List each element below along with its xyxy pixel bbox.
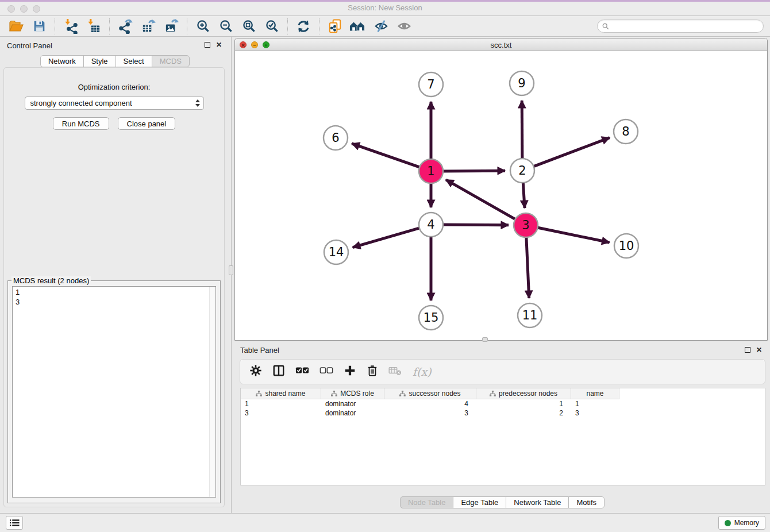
search-box[interactable] (597, 20, 764, 33)
tab-style[interactable]: Style (83, 55, 116, 67)
export-image-button[interactable] (163, 18, 180, 35)
graph-node-4[interactable]: 4 (419, 213, 443, 237)
graph-node-7[interactable]: 7 (419, 72, 443, 97)
table-row[interactable]: 3dominator323 (241, 408, 765, 418)
edge-1-2[interactable] (442, 171, 505, 171)
graph-node-9[interactable]: 9 (510, 71, 534, 95)
node-label: 9 (518, 76, 525, 90)
table-mode-gear-button[interactable] (249, 364, 262, 379)
tab-network-table[interactable]: Network Table (506, 496, 569, 508)
column-header-shared-name[interactable]: shared name (241, 388, 321, 399)
zoom-out-button[interactable] (217, 18, 234, 35)
search-input[interactable] (612, 22, 759, 30)
cell-predecessor-nodes: 2 (476, 409, 571, 417)
mcds-panel: Optimization criterion: strongly connect… (3, 67, 225, 507)
graph-node-2[interactable]: 2 (510, 159, 534, 183)
edge-2-3[interactable] (523, 182, 525, 208)
tab-select[interactable]: Select (116, 55, 152, 67)
delete-table-button[interactable] (388, 365, 402, 378)
mcds-result-group: MCDS result (2 nodes) 1 3 (7, 280, 221, 503)
export-network-button[interactable] (117, 18, 134, 35)
float-table-panel-icon[interactable] (745, 347, 750, 353)
edge-3-10[interactable] (537, 228, 610, 242)
hide-selected-button[interactable] (372, 18, 390, 35)
tab-motifs[interactable]: Motifs (568, 496, 605, 508)
network-graph[interactable]: 7968124314101511 (235, 51, 767, 340)
hierarchy-icon (399, 391, 406, 396)
create-column-button[interactable] (344, 364, 356, 379)
horizontal-splitter-handle[interactable] (482, 337, 488, 342)
tab-network[interactable]: Network (40, 55, 84, 67)
apply-layout-button[interactable] (295, 18, 312, 35)
tab-node-table[interactable]: Node Table (400, 496, 454, 508)
export-table-button[interactable] (140, 18, 157, 35)
select-all-columns-button[interactable] (295, 366, 309, 377)
table-row[interactable]: 1dominator411 (241, 399, 765, 408)
edge-4-14[interactable] (353, 228, 421, 247)
column-header-predecessor-nodes[interactable]: predecessor nodes (476, 388, 571, 399)
edge-3-1[interactable] (446, 180, 516, 220)
export-image-icon (164, 18, 179, 34)
table-body: 1dominator4113dominator323 (241, 399, 765, 418)
unselect-all-columns-button[interactable] (319, 366, 333, 377)
export-table-icon (141, 18, 156, 34)
clone-network-button[interactable] (326, 18, 344, 35)
clone-network-icon (328, 18, 343, 34)
graph-node-8[interactable]: 8 (614, 119, 638, 144)
import-table-icon (86, 18, 102, 34)
close-panel-button[interactable]: Close panel (118, 117, 176, 130)
float-panel-icon[interactable] (205, 42, 210, 48)
graph-node-10[interactable]: 10 (614, 234, 638, 258)
graph-node-3[interactable]: 3 (514, 213, 538, 237)
save-session-button[interactable] (30, 18, 48, 35)
memory-button[interactable]: Memory (718, 516, 765, 530)
graph-node-14[interactable]: 14 (324, 240, 348, 264)
first-neighbors-button[interactable] (349, 18, 367, 35)
edge-1-6[interactable] (352, 144, 421, 168)
cell-shared-name: 3 (241, 409, 321, 417)
import-network-button[interactable] (62, 18, 79, 35)
node-label: 6 (332, 131, 339, 145)
function-builder-button[interactable]: f(x) (413, 365, 432, 378)
node-label: 14 (329, 245, 344, 259)
zoom-in-button[interactable] (194, 18, 211, 35)
import-table-button[interactable] (85, 18, 102, 35)
refresh-layout-icon (296, 19, 311, 34)
dropdown-value: strongly connected component (30, 99, 195, 107)
run-mcds-button[interactable]: Run MCDS (53, 117, 109, 130)
column-header-MCDS-role[interactable]: MCDS role (321, 388, 384, 399)
edge-2-8[interactable] (533, 138, 610, 167)
show-column-panel-button[interactable] (272, 364, 285, 379)
close-panel-icon[interactable]: ✕ (216, 41, 222, 48)
checked-boxes-icon (295, 366, 309, 375)
graph-node-6[interactable]: 6 (324, 126, 348, 150)
network-window-titlebar[interactable]: ✕ − + scc.txt (235, 38, 767, 51)
vertical-splitter-handle[interactable] (229, 265, 233, 275)
column-header-successor-nodes[interactable]: successor nodes (384, 388, 476, 399)
close-table-panel-icon[interactable]: ✕ (756, 346, 762, 353)
table-tabs: Node TableEdge TableNetwork TableMotifs (234, 496, 770, 508)
column-header-name[interactable]: name (571, 388, 619, 399)
task-history-button[interactable] (6, 516, 23, 530)
edge-4-3[interactable] (442, 225, 509, 225)
network-canvas[interactable]: 7968124314101511 (235, 51, 767, 340)
zoom-fit-button[interactable] (240, 18, 257, 35)
node-label: 15 (424, 311, 439, 325)
tab-mcds[interactable]: MCDS (152, 55, 190, 67)
show-all-button[interactable] (395, 18, 413, 35)
zoom-selected-button[interactable] (263, 18, 280, 35)
optimization-criterion-dropdown[interactable]: strongly connected component (25, 97, 204, 110)
result-scrollbar[interactable] (209, 287, 215, 497)
graph-node-11[interactable]: 11 (518, 303, 542, 327)
graph-node-15[interactable]: 15 (419, 306, 443, 330)
table-panel-title: Table Panel (240, 346, 279, 354)
tab-edge-table[interactable]: Edge Table (453, 496, 506, 508)
mcds-result-text[interactable]: 1 3 (12, 286, 216, 498)
node-table: shared nameMCDS rolesuccessor nodesprede… (240, 388, 765, 485)
edge-3-11[interactable] (526, 236, 529, 298)
open-session-button[interactable] (7, 18, 25, 35)
delete-columns-button[interactable] (367, 364, 378, 379)
optimization-criterion-label: Optimization criterion: (4, 83, 224, 91)
graph-node-1[interactable]: 1 (419, 159, 443, 183)
edge-2-9[interactable] (522, 101, 522, 160)
